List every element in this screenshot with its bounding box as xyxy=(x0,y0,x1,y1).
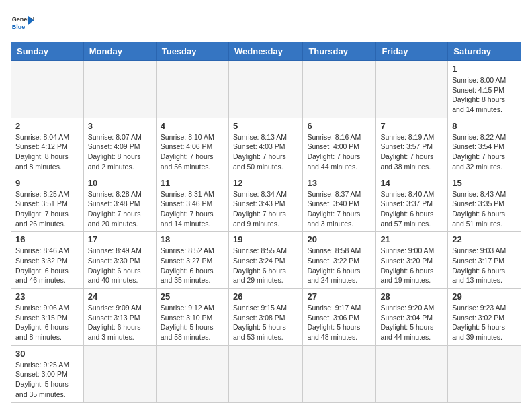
day-number: 6 xyxy=(307,121,371,131)
day-number: 22 xyxy=(452,234,517,244)
calendar-day-cell: 22Sunrise: 9:03 AM Sunset: 3:17 PM Dayli… xyxy=(448,232,521,289)
calendar-day-cell: 28Sunrise: 9:20 AM Sunset: 3:04 PM Dayli… xyxy=(376,289,448,346)
calendar-day-cell: 14Sunrise: 8:40 AM Sunset: 3:37 PM Dayli… xyxy=(376,175,448,232)
day-info: Sunrise: 8:52 AM Sunset: 3:27 PM Dayligh… xyxy=(161,246,224,285)
day-info: Sunrise: 9:20 AM Sunset: 3:04 PM Dayligh… xyxy=(380,303,443,342)
day-number: 8 xyxy=(452,121,517,131)
day-number: 16 xyxy=(15,234,79,244)
day-info: Sunrise: 8:43 AM Sunset: 3:35 PM Dayligh… xyxy=(452,189,517,229)
day-info: Sunrise: 8:55 AM Sunset: 3:24 PM Dayligh… xyxy=(233,246,298,285)
day-info: Sunrise: 9:12 AM Sunset: 3:10 PM Dayligh… xyxy=(161,303,224,342)
svg-text:Blue: Blue xyxy=(12,24,26,30)
day-number: 19 xyxy=(233,234,298,244)
calendar-day-cell: 9Sunrise: 8:25 AM Sunset: 3:51 PM Daylig… xyxy=(11,175,84,232)
day-number: 25 xyxy=(161,291,224,302)
day-number: 24 xyxy=(88,291,152,302)
day-number: 1 xyxy=(452,64,517,74)
calendar-day-cell: 29Sunrise: 9:23 AM Sunset: 3:02 PM Dayli… xyxy=(448,289,521,346)
calendar-day-cell: 1Sunrise: 8:00 AM Sunset: 4:15 PM Daylig… xyxy=(448,61,521,118)
day-number: 11 xyxy=(161,178,224,188)
calendar-day-cell: 6Sunrise: 8:16 AM Sunset: 4:00 PM Daylig… xyxy=(303,118,376,175)
day-info: Sunrise: 8:31 AM Sunset: 3:46 PM Dayligh… xyxy=(161,189,224,229)
day-info: Sunrise: 8:19 AM Sunset: 3:57 PM Dayligh… xyxy=(380,132,443,172)
calendar-day-cell: 13Sunrise: 8:37 AM Sunset: 3:40 PM Dayli… xyxy=(303,175,376,232)
calendar-week-row: 30Sunrise: 9:25 AM Sunset: 3:00 PM Dayli… xyxy=(11,345,521,402)
day-number: 5 xyxy=(233,121,298,131)
day-info: Sunrise: 8:16 AM Sunset: 4:00 PM Dayligh… xyxy=(307,132,371,172)
day-number: 7 xyxy=(380,121,443,131)
day-number: 26 xyxy=(233,291,298,302)
calendar-day-cell: 4Sunrise: 8:10 AM Sunset: 4:06 PM Daylig… xyxy=(156,118,228,175)
day-number: 14 xyxy=(380,178,443,188)
day-number: 18 xyxy=(161,234,224,244)
calendar-day-cell xyxy=(376,61,448,118)
calendar-day-cell: 3Sunrise: 8:07 AM Sunset: 4:09 PM Daylig… xyxy=(83,118,156,175)
calendar-day-cell xyxy=(376,345,448,402)
calendar-day-cell: 8Sunrise: 8:22 AM Sunset: 3:54 PM Daylig… xyxy=(448,118,521,175)
weekday-header: Tuesday xyxy=(156,42,228,61)
calendar-day-cell xyxy=(228,61,302,118)
calendar-day-cell: 15Sunrise: 8:43 AM Sunset: 3:35 PM Dayli… xyxy=(448,175,521,232)
day-number: 21 xyxy=(380,234,443,244)
calendar-day-cell: 24Sunrise: 9:09 AM Sunset: 3:13 PM Dayli… xyxy=(83,289,156,346)
day-info: Sunrise: 9:09 AM Sunset: 3:13 PM Dayligh… xyxy=(88,303,152,342)
weekday-header: Wednesday xyxy=(228,42,302,61)
calendar-week-row: 23Sunrise: 9:06 AM Sunset: 3:15 PM Dayli… xyxy=(11,289,521,346)
calendar-day-cell xyxy=(228,345,302,402)
calendar-day-cell: 19Sunrise: 8:55 AM Sunset: 3:24 PM Dayli… xyxy=(228,232,302,289)
calendar-day-cell: 26Sunrise: 9:15 AM Sunset: 3:08 PM Dayli… xyxy=(228,289,302,346)
calendar-week-row: 2Sunrise: 8:04 AM Sunset: 4:12 PM Daylig… xyxy=(11,118,521,175)
calendar-day-cell: 16Sunrise: 8:46 AM Sunset: 3:32 PM Dayli… xyxy=(11,232,84,289)
calendar-week-row: 16Sunrise: 8:46 AM Sunset: 3:32 PM Dayli… xyxy=(11,232,521,289)
day-info: Sunrise: 8:00 AM Sunset: 4:15 PM Dayligh… xyxy=(452,75,517,115)
weekday-header: Thursday xyxy=(303,42,376,61)
calendar-day-cell: 23Sunrise: 9:06 AM Sunset: 3:15 PM Dayli… xyxy=(11,289,84,346)
calendar-week-row: 1Sunrise: 8:00 AM Sunset: 4:15 PM Daylig… xyxy=(11,61,521,118)
calendar-day-cell: 17Sunrise: 8:49 AM Sunset: 3:30 PM Dayli… xyxy=(83,232,156,289)
day-number: 12 xyxy=(233,178,298,188)
day-info: Sunrise: 8:22 AM Sunset: 3:54 PM Dayligh… xyxy=(452,132,517,172)
day-info: Sunrise: 9:06 AM Sunset: 3:15 PM Dayligh… xyxy=(15,303,79,342)
logo: General Blue xyxy=(11,11,35,35)
day-info: Sunrise: 9:15 AM Sunset: 3:08 PM Dayligh… xyxy=(233,303,298,342)
day-number: 30 xyxy=(15,349,79,359)
calendar-day-cell xyxy=(303,345,376,402)
day-info: Sunrise: 8:58 AM Sunset: 3:22 PM Dayligh… xyxy=(307,246,371,285)
day-info: Sunrise: 8:46 AM Sunset: 3:32 PM Dayligh… xyxy=(15,246,79,285)
weekday-header: Saturday xyxy=(448,42,521,61)
day-number: 10 xyxy=(88,178,152,188)
calendar-day-cell: 11Sunrise: 8:31 AM Sunset: 3:46 PM Dayli… xyxy=(156,175,228,232)
day-info: Sunrise: 9:23 AM Sunset: 3:02 PM Dayligh… xyxy=(452,303,517,342)
calendar-day-cell: 10Sunrise: 8:28 AM Sunset: 3:48 PM Dayli… xyxy=(83,175,156,232)
day-number: 29 xyxy=(452,291,517,302)
calendar-day-cell: 7Sunrise: 8:19 AM Sunset: 3:57 PM Daylig… xyxy=(376,118,448,175)
day-info: Sunrise: 8:04 AM Sunset: 4:12 PM Dayligh… xyxy=(15,132,79,172)
weekday-header: Friday xyxy=(376,42,448,61)
day-info: Sunrise: 8:10 AM Sunset: 4:06 PM Dayligh… xyxy=(161,132,224,172)
header: General Blue xyxy=(11,11,521,35)
calendar-day-cell xyxy=(448,345,521,402)
weekday-header: Monday xyxy=(83,42,156,61)
calendar-day-cell: 2Sunrise: 8:04 AM Sunset: 4:12 PM Daylig… xyxy=(11,118,84,175)
calendar-day-cell xyxy=(156,61,228,118)
calendar-day-cell: 5Sunrise: 8:13 AM Sunset: 4:03 PM Daylig… xyxy=(228,118,302,175)
calendar: SundayMondayTuesdayWednesdayThursdayFrid… xyxy=(11,42,521,403)
day-number: 4 xyxy=(161,121,224,131)
day-number: 9 xyxy=(15,178,79,188)
day-info: Sunrise: 8:37 AM Sunset: 3:40 PM Dayligh… xyxy=(307,189,371,229)
calendar-day-cell: 12Sunrise: 8:34 AM Sunset: 3:43 PM Dayli… xyxy=(228,175,302,232)
calendar-day-cell: 25Sunrise: 9:12 AM Sunset: 3:10 PM Dayli… xyxy=(156,289,228,346)
day-number: 17 xyxy=(88,234,152,244)
day-number: 20 xyxy=(307,234,371,244)
day-number: 28 xyxy=(380,291,443,302)
day-number: 15 xyxy=(452,178,517,188)
day-info: Sunrise: 8:07 AM Sunset: 4:09 PM Dayligh… xyxy=(88,132,152,172)
calendar-day-cell xyxy=(83,61,156,118)
day-number: 2 xyxy=(15,121,79,131)
weekday-header: Sunday xyxy=(11,42,84,61)
calendar-day-cell xyxy=(156,345,228,402)
calendar-day-cell: 27Sunrise: 9:17 AM Sunset: 3:06 PM Dayli… xyxy=(303,289,376,346)
day-number: 13 xyxy=(307,178,371,188)
calendar-day-cell: 18Sunrise: 8:52 AM Sunset: 3:27 PM Dayli… xyxy=(156,232,228,289)
day-number: 27 xyxy=(307,291,371,302)
